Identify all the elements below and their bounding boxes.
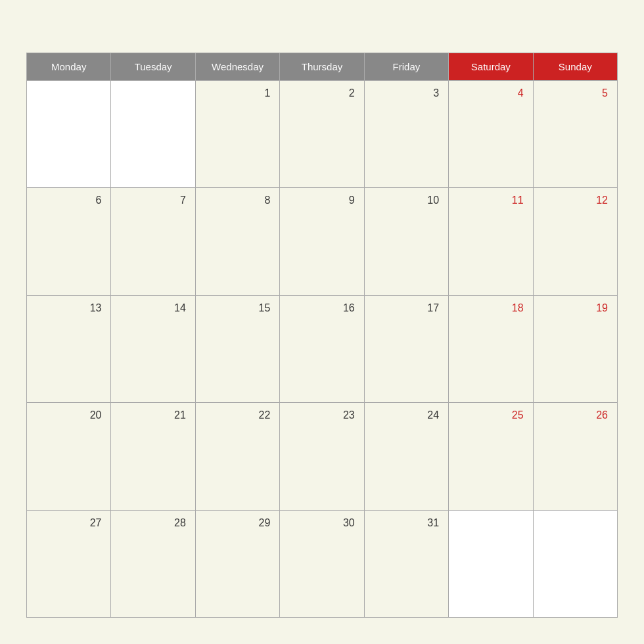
- day-cell[interactable]: 4: [449, 81, 533, 188]
- day-cell[interactable]: 2: [280, 81, 364, 188]
- day-number: 7: [118, 193, 188, 208]
- day-number: 31: [371, 516, 442, 530]
- day-number: 22: [202, 408, 273, 423]
- day-header-wednesday: Wednesday: [196, 53, 280, 81]
- day-cell[interactable]: 13: [27, 296, 111, 403]
- day-cell[interactable]: 23: [280, 403, 364, 510]
- day-cell[interactable]: 19: [534, 296, 618, 403]
- day-header-tuesday: Tuesday: [111, 53, 195, 81]
- day-number: 25: [455, 408, 526, 423]
- day-header-saturday: Saturday: [449, 53, 533, 81]
- day-number: 10: [371, 193, 442, 208]
- day-cell[interactable]: 15: [196, 296, 280, 403]
- day-cell[interactable]: 30: [280, 511, 364, 618]
- week-row-3: 13141516171819: [27, 296, 618, 403]
- day-cell[interactable]: 11: [449, 188, 533, 295]
- day-cell[interactable]: [449, 511, 533, 618]
- day-number: 18: [455, 301, 526, 315]
- day-cell[interactable]: 1: [196, 81, 280, 188]
- day-cell[interactable]: 24: [365, 403, 449, 510]
- day-cell[interactable]: 27: [27, 511, 111, 618]
- day-number: 11: [455, 193, 526, 208]
- day-number: 17: [371, 301, 442, 315]
- day-number: 1: [202, 86, 273, 101]
- week-row-4: 20212223242526: [27, 403, 618, 510]
- day-number: 3: [371, 86, 442, 101]
- day-header-friday: Friday: [365, 53, 449, 81]
- day-number: 21: [118, 408, 188, 423]
- day-number: 14: [118, 301, 188, 315]
- day-number: 29: [202, 516, 273, 530]
- day-header-sunday: Sunday: [534, 53, 618, 81]
- day-cell[interactable]: 28: [111, 511, 195, 618]
- day-number: 15: [202, 301, 273, 315]
- day-number: 28: [118, 516, 188, 530]
- day-cell[interactable]: 8: [196, 188, 280, 295]
- day-number: 24: [371, 408, 442, 423]
- day-number: 26: [540, 408, 610, 423]
- day-cell[interactable]: 12: [534, 188, 618, 295]
- day-number: 13: [34, 301, 104, 315]
- day-cell[interactable]: 21: [111, 403, 195, 510]
- day-cell[interactable]: 18: [449, 296, 533, 403]
- day-cell[interactable]: 14: [111, 296, 195, 403]
- day-cell[interactable]: [534, 511, 618, 618]
- day-number: 19: [540, 301, 610, 315]
- calendar-weeks: 1234567891011121314151617181920212223242…: [27, 81, 618, 618]
- day-cell[interactable]: 17: [365, 296, 449, 403]
- day-header-monday: Monday: [27, 53, 111, 81]
- day-number: 4: [455, 86, 526, 101]
- week-row-1: 12345: [27, 81, 618, 188]
- calendar: MondayTuesdayWednesdayThursdayFridaySatu…: [20, 20, 624, 624]
- week-row-2: 6789101112: [27, 188, 618, 295]
- day-cell[interactable]: 20: [27, 403, 111, 510]
- day-cell[interactable]: 7: [111, 188, 195, 295]
- week-row-5: 2728293031: [27, 511, 618, 618]
- day-number: 8: [202, 193, 273, 208]
- day-cell[interactable]: 10: [365, 188, 449, 295]
- day-cell[interactable]: 9: [280, 188, 364, 295]
- day-number: 9: [287, 193, 357, 208]
- day-cell[interactable]: 26: [534, 403, 618, 510]
- day-cell[interactable]: [111, 81, 195, 188]
- day-cell[interactable]: 5: [534, 81, 618, 188]
- day-number: 20: [34, 408, 104, 423]
- day-number: 30: [287, 516, 357, 530]
- day-cell[interactable]: [27, 81, 111, 188]
- day-number: 6: [34, 193, 104, 208]
- day-cell[interactable]: 29: [196, 511, 280, 618]
- day-header-thursday: Thursday: [280, 53, 364, 81]
- day-number: 16: [287, 301, 357, 315]
- day-cell[interactable]: 6: [27, 188, 111, 295]
- day-number: 23: [287, 408, 357, 423]
- day-number: 2: [287, 86, 357, 101]
- day-cell[interactable]: 16: [280, 296, 364, 403]
- day-number: 5: [540, 86, 610, 101]
- day-cell[interactable]: 31: [365, 511, 449, 618]
- day-headers-row: MondayTuesdayWednesdayThursdayFridaySatu…: [27, 53, 618, 81]
- day-cell[interactable]: 25: [449, 403, 533, 510]
- day-number: 12: [540, 193, 610, 208]
- day-cell[interactable]: 22: [196, 403, 280, 510]
- day-cell[interactable]: 3: [365, 81, 449, 188]
- day-number: 27: [34, 516, 104, 530]
- calendar-grid: MondayTuesdayWednesdayThursdayFridaySatu…: [26, 53, 618, 618]
